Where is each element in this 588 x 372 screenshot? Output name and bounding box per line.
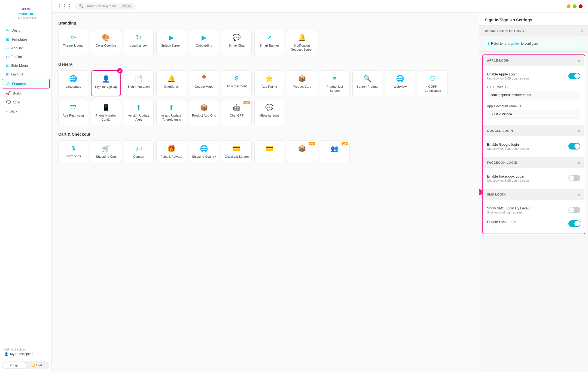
main-content: Branding ✏ Theme & Logo 🎨 Color Override…: [52, 13, 479, 372]
topbar: ⋮⋮⋮ 🔍 Search for anything Ctrl F: [52, 0, 588, 13]
feature-card-phone-number[interactable]: 📱 Phone Number Config: [91, 99, 121, 125]
feature-label: Point & Reward: [160, 155, 182, 159]
collapse-icon: ∧: [578, 192, 580, 196]
smart-banner-icon: ↗: [267, 34, 272, 41]
feature-card-in-app-update[interactable]: ⬆ In-app Update (Android only): [156, 99, 186, 125]
minimize-button[interactable]: [567, 4, 571, 8]
phone-number-icon: 📱: [102, 104, 110, 111]
feature-label: Smart Chat: [229, 44, 245, 48]
sidebar-item-label: Chat: [13, 100, 20, 104]
feature-card-onboarding[interactable]: ▶ Onboarding: [189, 29, 219, 55]
google-login-section: GOOGLE LOGIN ∧ Enable Google login Not s…: [483, 125, 585, 157]
feature-label: Color Override: [96, 44, 116, 48]
feature-card-google-maps[interactable]: 📍 Google Maps: [189, 70, 219, 96]
social-guide-link[interactable]: this guide: [505, 42, 519, 45]
grid-icon[interactable]: ⋮⋮⋮: [57, 3, 72, 9]
sidebar-item-chat[interactable]: 💬 Chat: [2, 98, 50, 106]
feature-card-color-override[interactable]: 🎨 Color Override: [91, 29, 121, 55]
facebook-login-header[interactable]: FACEBOOK LOGIN ∧: [483, 157, 585, 168]
feature-card-onesignal[interactable]: 🔔 OneSignal: [156, 70, 186, 96]
feature-card-webview[interactable]: 🌐 WebView: [385, 70, 415, 96]
feature-card-sign-in-up[interactable]: 2 👤 Sign In/Sign Up: [91, 70, 121, 96]
sidebar-item-build[interactable]: 🚀 Build: [2, 89, 50, 97]
team-id-input[interactable]: [487, 110, 580, 118]
sidebar-item-design[interactable]: ✏ Design: [2, 26, 50, 35]
apple-login-section: APPLE LOGIN ∧ Enable Apple Login Not sho…: [483, 55, 585, 125]
feature-card-splash-screen[interactable]: ▶ Splash Screen: [156, 29, 186, 55]
feature-card-version-update[interactable]: ⬆ Version Update Alert: [124, 99, 154, 125]
feature-card-checkout-screen[interactable]: 💳 Checkout Screen: [222, 140, 252, 162]
sidebar-item-appbar[interactable]: ▭ AppBar: [2, 44, 50, 52]
feature-label: Notification Request Screen: [290, 44, 315, 52]
theme-dark-btn[interactable]: 🌙 Dark: [26, 362, 49, 368]
vip-badge: VIP: [243, 101, 250, 104]
sidebar-item-tabbar[interactable]: ⊟ TabBar: [2, 53, 50, 61]
feature-card-advertisement[interactable]: $ Advertisement: [222, 70, 252, 96]
feature-card-notification-request[interactable]: 🔔 Notification Request Screen: [287, 29, 317, 55]
show-sms-default-toggle[interactable]: [568, 207, 580, 213]
bundle-id-input[interactable]: [487, 91, 580, 99]
feature-label: App Rating: [262, 85, 277, 89]
feature-card-age-restriction[interactable]: 🛡 Age Restriction: [58, 99, 88, 125]
feature-card-smart-chat[interactable]: 💬 Smart Chat: [222, 29, 252, 55]
enable-apple-toggle[interactable]: [568, 73, 580, 79]
toggle-knob: [574, 144, 580, 149]
feature-card-shopping-cart[interactable]: 🛒 Shopping Cart: [91, 140, 121, 162]
feature-label: Theme & Logo: [63, 44, 83, 48]
feature-card-miscellaneous[interactable]: 💬 Miscellaneous: [254, 99, 284, 125]
social-login-header[interactable]: SOCIAL LOGIN OPTIONS ∧: [479, 26, 588, 36]
feature-card-coupon[interactable]: 🏷 Coupon: [124, 140, 154, 162]
sidebar-item-sidemenu[interactable]: ⊡ Side Menu: [2, 61, 50, 70]
sidebar-item-back[interactable]: ‹ Back: [2, 107, 50, 115]
maximize-button[interactable]: [573, 4, 577, 8]
sidebar-item-features[interactable]: ⊕ Features: [2, 79, 50, 89]
feature-card-product-list[interactable]: ≡ Product List Screen: [320, 70, 350, 96]
feature-card-extra3[interactable]: VIP 👥: [320, 140, 350, 162]
theme-light-btn[interactable]: ☀ Light: [3, 362, 26, 368]
theme-toggle[interactable]: ☀ Light 🌙 Dark: [2, 361, 49, 369]
close-button[interactable]: [579, 4, 583, 8]
feature-card-extra2[interactable]: VIP 📦: [287, 140, 317, 162]
feature-card-gdpr[interactable]: 🛡 GDPR Compliance: [418, 70, 448, 96]
enable-google-toggle[interactable]: [568, 143, 580, 150]
general-title: General: [58, 62, 473, 66]
feature-card-product-addons[interactable]: 📦 Product Add-Ons: [189, 99, 219, 125]
back-icon: ‹: [6, 109, 7, 113]
appbar-icon: ▭: [6, 46, 9, 50]
feature-card-product-card[interactable]: 📦 Product Card: [287, 70, 317, 96]
sms-login-header[interactable]: SMS LOGIN ∧: [483, 189, 585, 200]
chat-icon: 💬: [6, 100, 11, 104]
toggle-knob: [569, 207, 574, 213]
feature-card-app-rating[interactable]: ⭐ App Rating: [254, 70, 284, 96]
subscription-label: My Subscription: [10, 352, 33, 356]
feature-card-shipping-country[interactable]: 🌐 Shipping Country: [189, 140, 219, 162]
feature-card-extra1[interactable]: 💳: [254, 140, 284, 162]
templates-icon: ⊞: [6, 37, 9, 41]
enable-google-login-row: Enable Google login Not show on SMS Logi…: [487, 140, 580, 153]
feature-card-languages[interactable]: 🌐 Languages: [58, 70, 88, 96]
feature-label: Checkout Screen: [225, 155, 249, 159]
sidebar-item-templates[interactable]: ⊞ Templates: [2, 35, 50, 44]
enable-sms-toggle[interactable]: [568, 220, 580, 227]
feature-card-blog-integration[interactable]: 📄 Blog Integration: [124, 70, 154, 96]
feature-card-loading-icon[interactable]: ↻ Loading Icon: [124, 29, 154, 55]
shortcut-hint: Ctrl F: [121, 4, 132, 8]
feature-card-point-reward[interactable]: 🎁 Point & Reward: [156, 140, 186, 162]
collapse-icon: ∧: [581, 29, 584, 33]
sidebar-item-layouts[interactable]: ⊞ Layouts: [2, 70, 50, 78]
feature-card-currencies[interactable]: $ Currencies: [58, 140, 88, 162]
google-login-header[interactable]: GOOGLE LOGIN ∧: [483, 125, 585, 136]
feature-label: Chat GPT: [230, 114, 243, 118]
feature-card-theme-logo[interactable]: ✏ Theme & Logo: [58, 29, 88, 55]
search-bar[interactable]: 🔍 Search for anything Ctrl F: [75, 3, 136, 10]
enable-facebook-toggle[interactable]: [568, 175, 580, 181]
feature-label: Shipping Country: [192, 155, 216, 159]
product-list-icon: ≡: [333, 75, 337, 83]
feature-card-smart-banner[interactable]: ↗ Smart Banner: [254, 29, 284, 55]
topbar-right: [567, 4, 583, 8]
subscription-link[interactable]: 👤 My Subscription: [4, 352, 47, 356]
apple-login-header[interactable]: APPLE LOGIN ∧: [483, 55, 585, 66]
task-count: 0 out of 4 tasks: [4, 16, 47, 22]
feature-card-chat-gpt[interactable]: VIP 🤖 Chat GPT: [222, 99, 252, 125]
feature-card-search-product[interactable]: 🔍 Search Product: [352, 70, 382, 96]
